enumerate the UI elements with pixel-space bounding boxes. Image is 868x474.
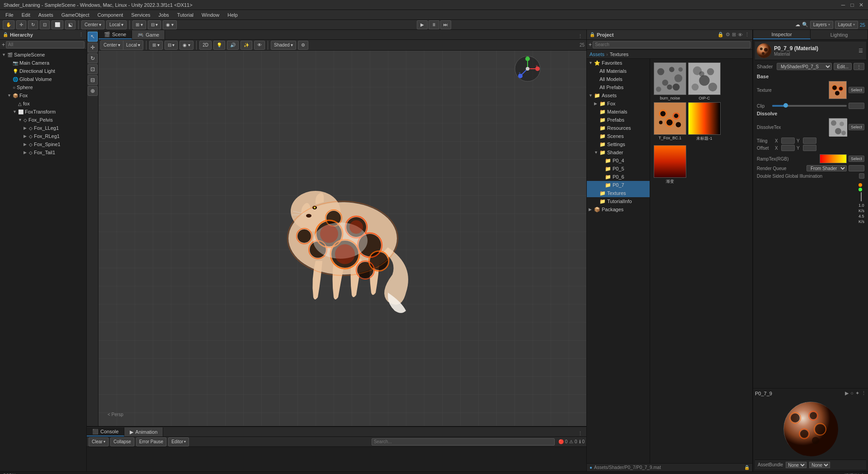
pause-button[interactable]: ⏸ (429, 20, 439, 29)
minimize-btn[interactable]: ─ (840, 2, 846, 8)
project-icon-btn-3[interactable]: ⊞ (732, 32, 736, 38)
toolbar-transform-rotate[interactable]: ↻ (28, 20, 38, 29)
texture-jianbian[interactable]: 渐变 (654, 145, 686, 185)
console-search-input[interactable] (372, 438, 555, 446)
preview-play-btn[interactable]: ▶ (845, 390, 849, 396)
hierarchy-search[interactable] (6, 41, 85, 48)
viewport-gizmo[interactable]: X Y Z (514, 55, 541, 82)
folder-all-prefabs[interactable]: All Prefabs (587, 83, 650, 91)
tiling-x-input[interactable]: 2 (781, 137, 795, 144)
toolbar-snap[interactable]: ⊟ ▾ (148, 20, 161, 29)
menu-file[interactable]: File (2, 11, 17, 19)
layout-dropdown[interactable]: Layout ▾ (835, 21, 858, 29)
menu-window[interactable]: Window (198, 11, 223, 19)
scene-tool-scale[interactable]: ⊡ (88, 64, 98, 74)
hierarchy-add-btn[interactable]: + (2, 42, 5, 48)
ramp-texture-preview[interactable] (820, 154, 847, 163)
preview-kebab-btn[interactable]: ⋮ (861, 390, 866, 396)
project-kebab[interactable]: ⋮ (745, 32, 750, 38)
texture-gradient[interactable]: 未标题-1 (688, 102, 721, 142)
folder-prefabs[interactable]: 📁 Prefabs (587, 116, 650, 124)
tab-animation[interactable]: ▶ Animation (124, 427, 163, 436)
preview-star-btn[interactable]: ✦ (855, 390, 859, 396)
menu-gameobject[interactable]: GameObject (58, 11, 93, 19)
layers-dropdown[interactable]: Layers ▾ (810, 21, 833, 29)
account-icon[interactable]: 25 (860, 22, 865, 28)
folder-p04[interactable]: 📁 P0_4 (587, 156, 650, 165)
menu-tutorial[interactable]: Tutorial (174, 11, 197, 19)
shader-dropdown[interactable]: MyShader/P0_7_S (777, 63, 832, 70)
double-sided-toggle[interactable] (859, 173, 864, 179)
folder-resources[interactable]: 📁 Resources (587, 124, 650, 132)
menu-jobs[interactable]: Jobs (155, 11, 173, 19)
texture-burn-noise[interactable]: burn_noise (654, 62, 686, 100)
folder-p06[interactable]: 📁 P0_6 (587, 173, 650, 181)
toolbar-vis[interactable]: ◉ ▾ (163, 20, 177, 29)
toolbar-center-btn[interactable]: Center ▾ (81, 20, 104, 29)
hier-main-camera[interactable]: 📷 Main Camera (0, 59, 86, 67)
folder-settings[interactable]: 📁 Settings (587, 140, 650, 148)
scene-vis-menu[interactable]: ◉ ▾ (179, 41, 193, 50)
toolbar-local-btn[interactable]: Local ▾ (106, 20, 127, 29)
scene-effect-btn[interactable]: ✨ (241, 41, 252, 50)
hier-sphere[interactable]: ○ Sphere (0, 83, 86, 91)
hier-fox-transform[interactable]: ▼ ⬜ FoxTransform (0, 108, 86, 116)
scene-overlay-btn[interactable]: ⚙ (298, 41, 308, 50)
scene-gizmo-menu[interactable]: ⊞ ▾ (149, 41, 163, 50)
menu-component[interactable]: Component (94, 11, 127, 19)
base-texture-preview[interactable] (829, 81, 847, 99)
scene-light-btn[interactable]: 💡 (213, 41, 225, 50)
shader-edit-btn[interactable]: Edit... (834, 63, 852, 70)
dissolve-texture-preview[interactable] (829, 118, 847, 136)
texture-fox-bc[interactable]: T_Fox_BC.1 (654, 102, 686, 142)
tiling-y-input[interactable]: 2 (803, 137, 816, 144)
console-clear-btn[interactable]: Clear ▾ (89, 437, 108, 446)
scene-tool-rect[interactable]: ⊟ (88, 75, 98, 85)
tab-game[interactable]: 🎮 Game (132, 30, 165, 39)
console-error-pause-btn[interactable]: Error Pause (136, 437, 166, 446)
toolbar-transform-all[interactable]: ⬕ (65, 20, 75, 29)
render-queue-dropdown[interactable]: From Shader (807, 165, 847, 171)
project-add-btn[interactable]: + (589, 42, 592, 48)
toolbar-grid[interactable]: ⊞ ▾ (132, 20, 146, 29)
scene-sound-btn[interactable]: 🔊 (227, 41, 239, 50)
clip-slider-track[interactable] (772, 105, 847, 107)
menu-services[interactable]: Services (127, 11, 154, 19)
hier-samplescene[interactable]: ▼ 🎬 SampleScene (0, 51, 86, 59)
inspector-options-btn[interactable]: ☰ (857, 47, 864, 54)
project-icon-btn-1[interactable]: 🔒 (717, 32, 724, 38)
scene-shading-dropdown[interactable]: Shaded ▾ (271, 41, 296, 50)
folder-p07[interactable]: 📁 P0_7 (587, 181, 650, 189)
asset-bundle-dropdown-1[interactable]: None (786, 462, 807, 468)
folder-all-materials[interactable]: All Materials (587, 67, 650, 75)
menu-assets[interactable]: Assets (35, 11, 57, 19)
hier-directional-light[interactable]: 💡 Directional Light (0, 67, 86, 75)
texture-oip-c[interactable]: OIP-C (688, 62, 721, 100)
hier-fox-mesh[interactable]: △ fox (0, 100, 86, 108)
folder-tutorial[interactable]: 📁 TutorialInfo (587, 197, 650, 205)
folder-p05[interactable]: 📁 P0_5 (587, 165, 650, 173)
tab-lighting[interactable]: Lighting (811, 30, 868, 39)
folder-materials[interactable]: 📁 Materials (587, 108, 650, 116)
dissolve-select-btn[interactable]: Select (849, 124, 864, 130)
search-icon[interactable]: 🔍 (802, 22, 808, 28)
toolbar-transform-rect[interactable]: ⬜ (52, 20, 63, 29)
maximize-btn[interactable]: □ (849, 2, 855, 8)
toolbar-transform-hand[interactable]: ✋ (3, 20, 14, 29)
hier-fox-rleg1[interactable]: ▶ ◇ Fox_RLeg1 (0, 132, 86, 140)
dissolve-header[interactable]: Dissolve (755, 110, 866, 117)
close-btn[interactable]: ✕ (858, 2, 864, 8)
project-search-input[interactable] (593, 41, 750, 48)
folder-textures[interactable]: 📁 Textures (587, 189, 650, 197)
folder-scenes[interactable]: 📁 Scenes (587, 132, 650, 140)
breadcrumb-textures[interactable]: Textures (610, 52, 629, 57)
console-editor-btn[interactable]: Editor ▾ (168, 437, 189, 446)
console-panel-kebab[interactable]: ⋮ (578, 431, 586, 436)
render-queue-value[interactable]: 2000 (849, 165, 864, 171)
project-icon-btn-2[interactable]: ⚙ (726, 32, 730, 38)
clip-value-input[interactable]: 0.18 (849, 103, 864, 109)
offset-y-input[interactable]: 0 (803, 145, 816, 151)
hier-fox-tail1[interactable]: ▶ ◇ Fox_Tail1 (0, 148, 86, 156)
base-texture-select-btn[interactable]: Select (849, 87, 864, 93)
play-button[interactable]: ▶ (417, 20, 428, 29)
